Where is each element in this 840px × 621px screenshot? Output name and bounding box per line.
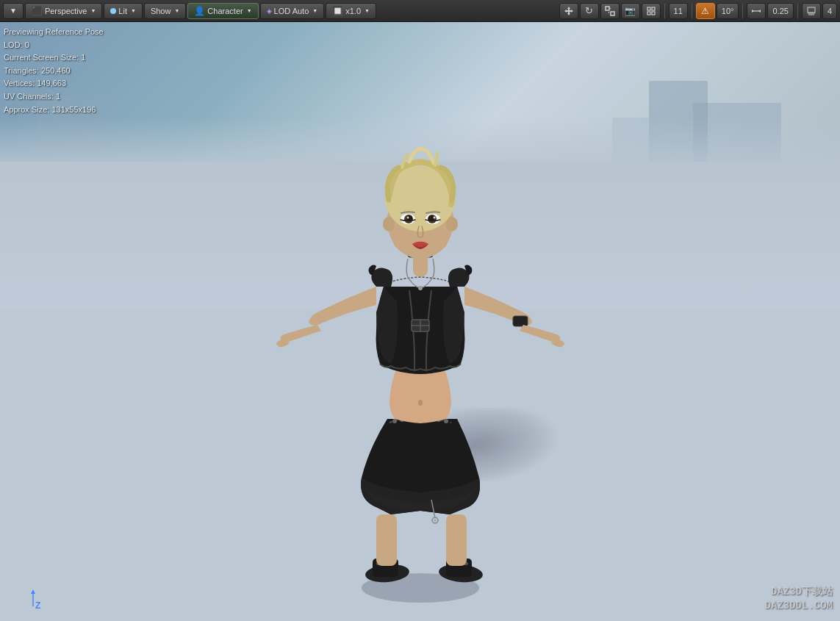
overlay-line2: LOD: 0 [4, 39, 104, 52]
main-toolbar: ▼ ⬛ Perspective Lit Show 👤 Character ◈ L… [0, 0, 840, 22]
camera-icon: 📷 [625, 6, 636, 16]
svg-point-41 [418, 286, 423, 290]
watermark: DAZ3D下载站 DAZ3DDL.COM [765, 585, 833, 614]
layers-count-label: 4 [828, 7, 832, 15]
svg-rect-38 [513, 316, 528, 326]
rotate-btn[interactable]: ↻ [580, 3, 599, 19]
z-axis-svg: Z [22, 588, 44, 610]
scale-view-btn[interactable] [600, 3, 620, 19]
svg-point-30 [444, 419, 448, 423]
scale-icon: 🔲 [332, 6, 343, 16]
offset-label: 0.25 [772, 7, 788, 15]
overlay-line1: Previewing Reference Pose [4, 26, 104, 39]
svg-rect-11 [808, 7, 815, 12]
camera-btn[interactable]: 📷 [621, 3, 640, 19]
grid-size-btn[interactable]: 11 [669, 3, 688, 19]
rotate-icon: ↻ [585, 5, 593, 16]
dropdown-arrow-btn[interactable]: ▼ [3, 3, 24, 19]
svg-marker-56 [31, 589, 35, 594]
svg-point-53 [383, 217, 395, 231]
character-btn[interactable]: 👤 Character [187, 3, 258, 19]
svg-point-34 [418, 400, 423, 406]
warning-icon: ⚠ [701, 6, 709, 16]
overlay-info-panel: Previewing Reference Pose LOD: 0 Current… [4, 26, 104, 116]
separator3 [742, 4, 743, 18]
svg-rect-6 [647, 12, 650, 15]
lit-label: Lit [118, 7, 127, 15]
svg-marker-9 [752, 10, 754, 12]
svg-rect-4 [647, 7, 650, 10]
scale-view-icon [605, 6, 615, 16]
character-model [273, 59, 567, 588]
svg-rect-0 [606, 7, 609, 10]
layers-count-btn[interactable]: 4 [822, 3, 837, 19]
move-icon [564, 6, 574, 16]
z-axis-label: Z [22, 588, 44, 612]
offset-btn[interactable]: 0.25 [767, 3, 793, 19]
dropdown-icon: ▼ [10, 7, 17, 15]
grid-size-label: 11 [674, 7, 683, 15]
lod-label: LOD Auto [274, 7, 309, 15]
lit-btn[interactable]: Lit [104, 3, 143, 19]
lit-icon [110, 7, 116, 15]
toolbar-right-section: ↻ 📷 11 [559, 3, 837, 19]
snap-icon [751, 6, 761, 16]
overlay-line7: Approx Size: 131x55x196 [4, 104, 104, 117]
watermark-line1: DAZ3D下载站 [765, 585, 833, 600]
show-label: Show [151, 7, 171, 15]
overlay-line3: Current Screen Size: 1 [4, 51, 104, 65]
svg-rect-7 [652, 12, 655, 15]
viewport[interactable]: Previewing Reference Pose LOD: 0 Current… [0, 22, 840, 621]
overlay-line6: UV Channels: 1 [4, 90, 104, 104]
move-btn[interactable] [559, 3, 578, 19]
layers-btn[interactable] [802, 3, 821, 19]
svg-point-52 [433, 217, 435, 219]
layers-icon [806, 6, 816, 16]
svg-point-33 [434, 519, 437, 522]
scale-label: x1.0 [345, 7, 361, 15]
character-icon: 👤 [194, 6, 205, 16]
perspective-icon: ⬛ [32, 6, 43, 16]
svg-point-48 [406, 217, 409, 219]
svg-point-23 [392, 419, 397, 423]
svg-rect-21 [376, 514, 397, 566]
lod-btn[interactable]: ◈ LOD Auto [260, 3, 325, 19]
watermark-line2: DAZ3DDL.COM [765, 599, 833, 614]
overlay-line4: Triangles: 250,460 [4, 65, 104, 78]
separator1 [664, 4, 665, 18]
separator2 [692, 4, 692, 18]
svg-rect-1 [611, 12, 614, 15]
svg-point-54 [446, 217, 458, 231]
svg-text:Z: Z [35, 600, 40, 610]
scale-btn[interactable]: 🔲 x1.0 [326, 3, 376, 19]
perspective-label: Perspective [45, 7, 87, 15]
angle-label: 10° [722, 7, 734, 15]
perspective-btn[interactable]: ⬛ Perspective [25, 3, 102, 19]
separator4 [797, 4, 798, 18]
snap-btn[interactable] [747, 3, 766, 19]
overlay-line5: Vertices: 149,663 [4, 77, 104, 90]
svg-rect-22 [446, 514, 467, 566]
character-svg [273, 59, 567, 610]
angle-btn[interactable]: 10° [717, 3, 739, 19]
svg-marker-10 [758, 10, 761, 12]
lod-icon: ◈ [267, 7, 272, 15]
svg-rect-5 [652, 7, 655, 10]
warning-btn[interactable]: ⚠ [696, 3, 715, 19]
maximize-icon [646, 6, 656, 16]
maximize-btn[interactable] [642, 3, 661, 19]
show-btn[interactable]: Show [144, 3, 186, 19]
character-label: Character [207, 7, 243, 15]
